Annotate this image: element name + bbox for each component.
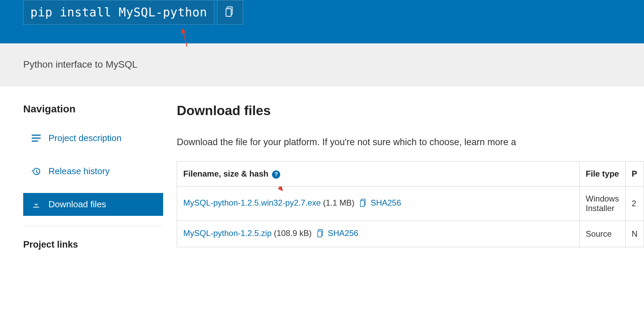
sidebar: Navigation Project description Release h… [23, 103, 163, 250]
table-header-row: Filename, size & hash ? File type P [177, 162, 644, 186]
content: Download files Download the file for you… [177, 103, 644, 250]
svg-rect-3 [32, 140, 38, 141]
pip-install-row: pip install MySQL-python [23, 0, 644, 25]
header-band: pip install MySQL-python [0, 0, 644, 43]
hash-link[interactable]: SHA256 [371, 198, 401, 207]
file-link[interactable]: MySQL-python-1.2.5.zip [183, 228, 272, 238]
nav-heading: Navigation [23, 103, 163, 115]
sidebar-item-download-files[interactable]: Download files [23, 193, 163, 216]
page-title: Download files [177, 103, 644, 118]
copy-hash-icon[interactable] [360, 199, 367, 209]
copy-hash-icon[interactable] [317, 229, 324, 239]
sidebar-item-label: Project description [48, 133, 121, 143]
col-p-header: P [625, 162, 644, 186]
file-size: (108.9 kB) [274, 228, 312, 238]
table-row: MySQL-python-1.2.5.zip (108.9 kB) SHA256… [177, 221, 644, 247]
col-filename-header: Filename, size & hash ? [177, 162, 579, 186]
copy-button[interactable] [217, 0, 243, 25]
filetype-cell: Windows Installer [579, 186, 625, 221]
p-cell: N [625, 221, 644, 247]
download-subtext: Download the file for your platform. If … [177, 137, 644, 148]
sidebar-item-project-description[interactable]: Project description [23, 127, 163, 150]
history-icon [31, 167, 41, 176]
col-filetype-header: File type [579, 162, 625, 186]
copy-icon [226, 6, 234, 18]
file-cell: MySQL-python-1.2.5.zip (108.9 kB) SHA256 [177, 221, 579, 247]
pip-command[interactable]: pip install MySQL-python [23, 0, 214, 25]
files-table: Filename, size & hash ? File type P MySQ… [177, 161, 644, 247]
sidebar-item-label: Release history [48, 166, 110, 177]
sidebar-item-release-history[interactable]: Release history [23, 160, 163, 183]
download-icon [31, 200, 41, 209]
file-link[interactable]: MySQL-python-1.2.5.win32-py2.7.exe [183, 198, 321, 207]
sidebar-divider [23, 226, 163, 226]
filetype-cell: Source [579, 221, 625, 247]
main-layout: Navigation Project description Release h… [0, 86, 644, 250]
col-filename-label: Filename, size & hash [183, 169, 268, 178]
help-icon[interactable]: ? [272, 170, 280, 179]
file-cell: MySQL-python-1.2.5.win32-py2.7.exe (1.1 … [177, 186, 579, 221]
sidebar-item-label: Download files [48, 199, 106, 210]
description-icon [31, 135, 41, 142]
hash-link[interactable]: SHA256 [328, 228, 358, 238]
project-links-heading: Project links [23, 239, 163, 250]
description-strip: Python interface to MySQL [0, 43, 644, 86]
p-cell: 2 [625, 186, 644, 221]
table-row: MySQL-python-1.2.5.win32-py2.7.exe (1.1 … [177, 186, 644, 221]
svg-rect-1 [32, 135, 41, 136]
project-summary: Python interface to MySQL [23, 59, 621, 70]
svg-rect-2 [32, 137, 41, 138]
file-size: (1.1 MB) [323, 198, 355, 207]
